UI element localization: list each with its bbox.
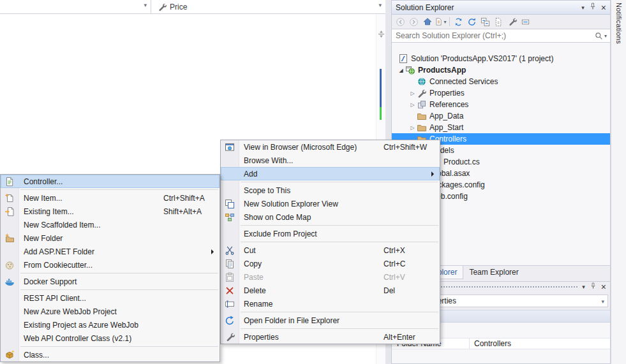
window-position-icon[interactable]: ▾ bbox=[582, 284, 585, 290]
add-submenu: Controller... New Item... Ctrl+Shift+A E… bbox=[0, 174, 220, 362]
search-icon[interactable]: ▾ bbox=[595, 32, 610, 40]
menu-item-delete[interactable]: Delete Del bbox=[221, 284, 440, 297]
folder-icon bbox=[417, 111, 428, 121]
pin-icon[interactable] bbox=[589, 3, 597, 12]
menu-item-view-in-browser[interactable]: View in Browser (Microsoft Edge) Ctrl+Sh… bbox=[221, 140, 440, 154]
expander-collapsed-icon[interactable]: ▷ bbox=[408, 125, 417, 131]
menu-item-new-solution-explorer-view[interactable]: New Solution Explorer View bbox=[221, 197, 440, 210]
menu-item-scope-to-this[interactable]: Scope to This bbox=[221, 184, 440, 197]
tree-item-app-data[interactable]: App_Data bbox=[392, 110, 610, 122]
solution-explorer-toolbar: ▾ bbox=[392, 15, 610, 29]
menu-item-cut[interactable]: Cut Ctrl+X bbox=[221, 244, 440, 257]
wrench-icon bbox=[417, 88, 428, 98]
menu-separator bbox=[20, 346, 218, 347]
menu-item-existing-project-as-azure-webjob[interactable]: Existing Project as Azure WebJob bbox=[1, 318, 220, 331]
menu-item-rename[interactable]: Rename bbox=[221, 297, 440, 310]
nav-types-dropdown[interactable]: ▾ bbox=[0, 0, 151, 13]
expander-expanded-icon[interactable]: ◢ bbox=[397, 68, 405, 73]
code-map-icon bbox=[221, 212, 239, 222]
visual-studio-window: ▾ Price ▾ Solution Explorer ▾ bbox=[0, 0, 626, 364]
switch-views-icon[interactable]: ▾ bbox=[434, 15, 447, 28]
chevron-down-icon: ▾ bbox=[144, 2, 147, 8]
submenu-arrow-icon bbox=[211, 249, 214, 254]
menu-item-add[interactable]: Add bbox=[221, 167, 440, 180]
expander-collapsed-icon[interactable]: ▷ bbox=[408, 102, 417, 108]
menu-item-paste: Paste Ctrl+V bbox=[221, 270, 440, 284]
refresh-icon[interactable] bbox=[465, 15, 479, 28]
nav-members-dropdown[interactable]: Price ▾ bbox=[151, 0, 385, 13]
folder-icon bbox=[417, 122, 428, 133]
copy-icon bbox=[221, 259, 239, 269]
chevron-down-icon: ▾ bbox=[601, 298, 604, 305]
paste-icon bbox=[221, 272, 239, 282]
submenu-arrow-icon bbox=[431, 171, 434, 177]
expander-collapsed-icon[interactable]: ▷ bbox=[408, 91, 417, 96]
close-icon[interactable]: × bbox=[601, 283, 606, 291]
menu-item-rest-api-client[interactable]: REST API Client... bbox=[1, 291, 220, 305]
menu-item-new-folder[interactable]: New Folder bbox=[1, 231, 220, 245]
cut-icon bbox=[221, 245, 239, 256]
menu-item-from-cookiecutter[interactable]: From Cookiecutter... bbox=[1, 258, 220, 272]
window-position-icon[interactable]: ▾ bbox=[581, 4, 585, 11]
preview-selected-items-icon[interactable] bbox=[519, 15, 532, 28]
forward-icon[interactable] bbox=[407, 15, 421, 28]
menu-item-new-item[interactable]: New Item... Ctrl+Shift+A bbox=[1, 191, 220, 205]
tree-item-solution[interactable]: Solution 'ProductsApp.VS2017' (1 project… bbox=[392, 53, 610, 64]
tree-item-references[interactable]: ▷ References bbox=[392, 99, 610, 110]
pin-icon[interactable] bbox=[590, 282, 597, 291]
menu-item-open-folder-in-file-explorer[interactable]: Open Folder in File Explorer bbox=[221, 314, 440, 327]
new-item-icon bbox=[1, 193, 19, 203]
solution-icon bbox=[398, 54, 409, 64]
tab-team-explorer[interactable]: Team Explorer bbox=[463, 266, 524, 279]
menu-separator bbox=[241, 328, 438, 329]
menu-item-class[interactable]: Class... bbox=[1, 348, 220, 361]
property-wrench-icon bbox=[158, 3, 167, 11]
home-icon[interactable] bbox=[421, 15, 434, 28]
class-icon bbox=[1, 350, 19, 360]
references-icon bbox=[417, 99, 428, 110]
menu-item-copy[interactable]: Copy Ctrl+C bbox=[221, 257, 440, 270]
show-all-files-icon[interactable] bbox=[492, 15, 505, 28]
menu-item-browse-with[interactable]: Browse With... bbox=[221, 154, 440, 167]
menu-separator bbox=[241, 225, 438, 226]
menu-item-properties[interactable]: Properties Alt+Enter bbox=[221, 330, 440, 344]
docker-icon bbox=[1, 277, 19, 287]
menu-item-show-on-code-map[interactable]: Show on Code Map bbox=[221, 210, 440, 224]
menu-item-docker-support[interactable]: Docker Support bbox=[1, 275, 220, 288]
menu-item-web-api-controller-class[interactable]: Web API Controller Class (v2.1) bbox=[1, 331, 220, 345]
close-icon[interactable]: × bbox=[601, 4, 606, 11]
back-icon[interactable] bbox=[394, 15, 407, 28]
tree-item-connected-services[interactable]: Connected Services bbox=[392, 76, 610, 87]
menu-separator bbox=[20, 289, 218, 290]
collapse-all-icon[interactable] bbox=[479, 15, 492, 28]
browser-icon bbox=[221, 142, 239, 152]
properties-wrench-icon[interactable] bbox=[505, 15, 519, 28]
menu-separator bbox=[241, 182, 438, 182]
menu-separator bbox=[20, 189, 218, 190]
menu-separator bbox=[241, 312, 438, 312]
search-input[interactable] bbox=[392, 30, 595, 41]
sync-with-active-document-icon[interactable] bbox=[452, 15, 465, 28]
toolbar-separator bbox=[449, 17, 450, 26]
open-folder-icon bbox=[221, 316, 239, 326]
menu-item-new-azure-webjob-project[interactable]: New Azure WebJob Project bbox=[1, 305, 220, 318]
scrollbar-annotation-green bbox=[380, 107, 382, 120]
menu-item-new-scaffolded-item[interactable]: New Scaffolded Item... bbox=[1, 218, 220, 231]
tree-item-properties[interactable]: ▷ Properties bbox=[392, 87, 610, 99]
existing-item-icon bbox=[1, 207, 19, 217]
new-folder-icon bbox=[1, 233, 19, 244]
scrollbar-annotation-blue bbox=[380, 69, 382, 107]
rename-icon bbox=[221, 299, 239, 309]
tree-item-app-start[interactable]: ▷ App_Start bbox=[392, 122, 610, 133]
menu-item-add-aspnet-folder[interactable]: Add ASP.NET Folder bbox=[1, 245, 220, 258]
property-value[interactable]: Controllers bbox=[470, 339, 511, 348]
menu-item-controller[interactable]: Controller... bbox=[1, 175, 220, 188]
menu-item-existing-item[interactable]: Existing Item... Shift+Alt+A bbox=[1, 205, 220, 218]
cookiecutter-icon bbox=[1, 260, 19, 270]
context-menu: View in Browser (Microsoft Edge) Ctrl+Sh… bbox=[220, 140, 440, 344]
notifications-tab[interactable]: Notifications bbox=[611, 0, 626, 364]
menu-item-exclude-from-project[interactable]: Exclude From Project bbox=[221, 227, 440, 240]
panel-title: Solution Explorer bbox=[396, 3, 581, 12]
splitter-handle-icon[interactable] bbox=[377, 31, 385, 40]
tree-item-productsapp[interactable]: ◢ ProductsApp bbox=[392, 64, 610, 76]
